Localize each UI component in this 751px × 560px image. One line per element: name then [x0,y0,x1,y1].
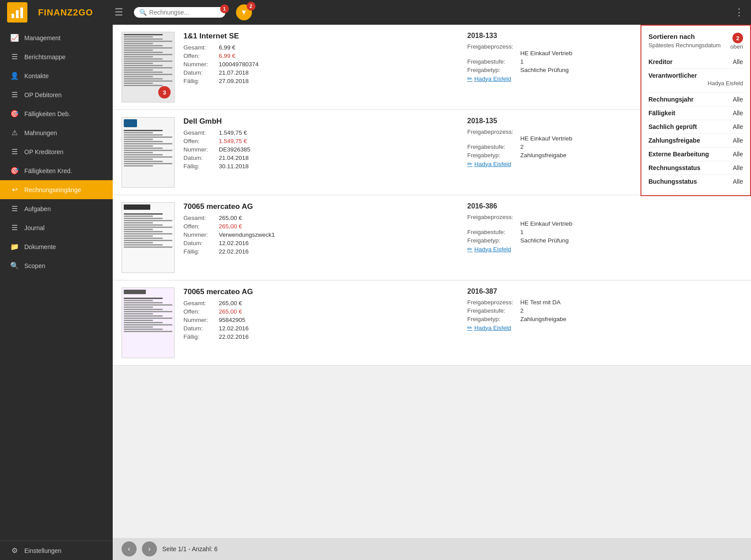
sidebar-item-berichtsmappe[interactable]: ☰ Berichtsmappe [0,47,113,66]
dokumente-icon: 📁 [10,242,19,251]
offen-label: Offen: [183,138,219,144]
freigabeprozess-label: Freigabeprozess: [467,299,520,306]
sidebar-item-mahnungen[interactable]: ⚠ Mahnungen [0,123,113,142]
pagination-text: Seite 1/1 - Anzahl: 6 [162,545,217,552]
offen-value: 6,99 € [219,53,236,59]
invoice-thumbnail-2 [122,117,175,188]
app-name-part2: 2GO [73,8,93,17]
scopen-icon: 🔍 [10,261,19,270]
zahlungsfreigabe-value: Alle [733,137,743,144]
filter-row-buchungsstatus[interactable]: Buchungsstatus Alle [648,175,743,188]
hamburger-button[interactable]: ☰ [111,5,127,20]
filter-icon: ▼ [240,8,248,16]
search-icon: 🔍 [139,9,147,16]
filter-panel-oben: oben [730,43,743,50]
sidebar-item-rechnungseingaenge[interactable]: ↩ Rechnungseingänge [0,180,113,199]
sidebar-label-mahnungen: Mahnungen [24,129,57,136]
table-row[interactable]: 3 1&1 Internet SE Gesamt: 6,99 € Offen: … [113,25,751,110]
zahlungsfreigabe-label: Zahlungsfreigabe [648,137,700,144]
sidebar-item-faelligkeiten-deb[interactable]: 🎯 Fälligkeiten Deb. [0,104,113,123]
filter-row-faelligkeit[interactable]: Fälligkeit Alle [648,106,743,120]
datum-label: Datum: [183,240,219,246]
nummer-label: Nummer: [183,317,219,323]
assignee-name: Hadya Eisfeld [474,76,511,82]
invoice-company: 1&1 Internet SE [183,32,458,41]
externe-bearbeitung-label: Externe Bearbeitung [648,151,709,158]
faellig-value: 22.02.2016 [219,248,249,255]
kreditor-label: Kreditor [648,58,672,65]
faelligkeit-value: Alle [733,110,743,117]
invoice-thumbnail-3 [122,202,175,273]
filter-row-verantwortlicher[interactable]: Verantwortlicher Hadya Eisfeld [648,69,743,93]
svg-rect-0 [11,14,14,18]
freigabestufe-label: Freigabestufe: [467,229,520,235]
nummer-label: Nummer: [183,146,219,153]
rechnungseingaenge-icon: ↩ [10,185,19,194]
assignee-name: Hadya Eisfeld [474,161,511,167]
nummer-value: Verwendungszweck1 [219,231,275,238]
rechnungsjahr-value: Alle [733,96,743,103]
filter-row-kreditor[interactable]: Kreditor Alle [648,55,743,69]
sachlich-geprueft-value: Alle [733,123,743,130]
filter-button[interactable]: ▼ 2 [236,4,252,20]
gesamt-value: 6,99 € [219,44,236,51]
faelligkeiten-kred-icon: 🎯 [10,166,19,175]
freigabetyp-label: Freigabetyp: [467,237,520,244]
sidebar-label-scopen: Scopen [24,262,45,269]
filter-row-rechnungsstatus[interactable]: Rechnungsstatus Alle [648,161,743,175]
offen-label: Offen: [183,53,219,59]
sidebar-item-aufgaben[interactable]: ☰ Aufgaben [0,199,113,218]
freigabeprozess-value: HE Einkauf Vertrieb [520,220,572,227]
next-page-button[interactable]: › [142,541,157,556]
faellig-label: Fällig: [183,163,219,170]
sidebar-item-journal[interactable]: ☰ Journal [0,218,113,237]
gesamt-value: 1.549,75 € [219,129,247,136]
pencil-icon: ✏ [467,75,473,82]
filter-panel-badge: 2 [732,33,743,43]
filter-row-sachlich-geprueft[interactable]: Sachlich geprüft Alle [648,120,743,134]
buchungsstatus-label: Buchungsstatus [648,178,697,185]
sidebar-item-management[interactable]: 📈 Management [0,28,113,47]
more-options-button[interactable]: ⋮ [734,7,744,18]
rechnungsstatus-label: Rechnungsstatus [648,164,700,171]
sidebar-item-faelligkeiten-kred[interactable]: 🎯 Fälligkeiten Kred. [0,161,113,180]
faellig-label: Fällig: [183,333,219,340]
search-input[interactable] [149,9,220,16]
gesamt-label: Gesamt: [183,215,219,221]
invoice-details-1: 1&1 Internet SE Gesamt: 6,99 € Offen: 6,… [183,32,458,86]
datum-value: 12.02.2016 [219,240,249,246]
sidebar-label-management: Management [24,34,61,42]
search-badge: 1 [220,4,229,13]
freigabeprozess-label: Freigabeprozess: [467,214,520,220]
sidebar-item-op-debitoren[interactable]: ☰ OP Debitoren [0,85,113,104]
datum-label: Datum: [183,155,219,161]
prev-page-button[interactable]: ‹ [122,541,137,556]
filter-row-externe-bearbeitung[interactable]: Externe Bearbeitung Alle [648,148,743,161]
sachlich-geprueft-label: Sachlich geprüft [648,123,697,130]
table-row[interactable]: 70065 mercateo AG Gesamt: 265,00 € Offen… [113,280,751,366]
sidebar-item-op-kreditoren[interactable]: ☰ OP Kreditoren [0,142,113,161]
filter-row-zahlungsfreigabe[interactable]: Zahlungsfreigabe Alle [648,134,743,148]
offen-label: Offen: [183,308,219,315]
sidebar-item-dokumente[interactable]: 📁 Dokumente [0,237,113,256]
sidebar-item-kontakte[interactable]: 👤 Kontakte [0,66,113,85]
filter-badge: 2 [247,2,255,11]
invoice-details-2: Dell GmbH Gesamt: 1.549,75 € Offen: 1.54… [183,117,458,171]
nummer-value: 95842905 [219,317,245,323]
freigabestufe-label: Freigabestufe: [467,307,520,314]
assignee-link-3[interactable]: ✏ Hadya Eisfeld [467,246,742,253]
sidebar-item-einstellungen[interactable]: ⚙ Einstellungen [0,541,113,560]
topbar: FINANZ2GO ☰ 🔍 1 ▼ 2 ⋮ [0,0,751,25]
sidebar-label-einstellungen: Einstellungen [24,547,61,554]
table-row[interactable]: 70065 mercateo AG Gesamt: 265,00 € Offen… [113,195,751,280]
sidebar-item-scopen[interactable]: 🔍 Scopen [0,256,113,275]
datum-value: 21.04.2018 [219,155,249,161]
freigabetyp-value: Sachliche Prüfung [520,237,569,244]
invoice-badge-3: 3 [158,86,171,98]
invoice-number: 2016-387 [467,288,742,295]
filter-row-rechnungsjahr[interactable]: Rechnungsjahr Alle [648,93,743,106]
op-kreditoren-icon: ☰ [10,148,19,156]
assignee-link-4[interactable]: ✏ Hadya Eisfeld [467,324,742,331]
freigabestufe-value: 1 [520,58,524,65]
kreditor-value: Alle [733,58,743,65]
